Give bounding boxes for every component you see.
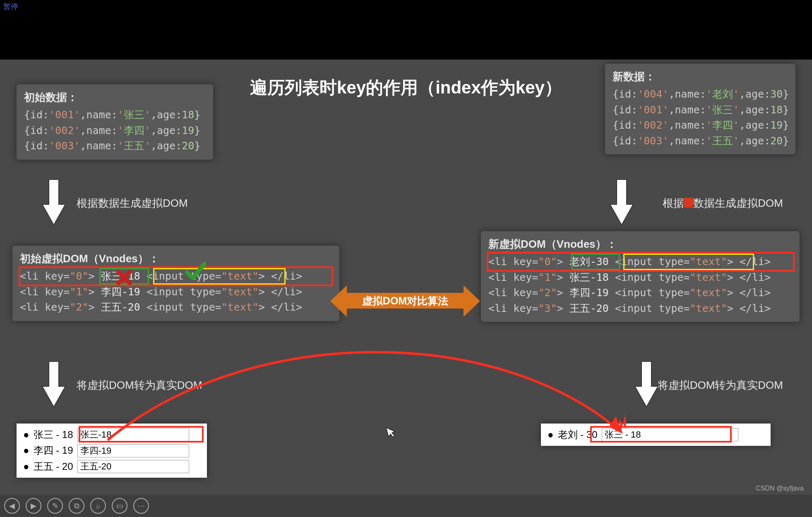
vnode-row: <li key="1"> 张三-18 <input type="text"> <… — [488, 270, 792, 285]
bullet-icon: ● — [23, 459, 29, 474]
panel-initial-data: 初始数据： {id:'001',name:'张三',age:18} {id:'0… — [17, 84, 213, 160]
vnode-row: <li key="1"> 李四-19 <input type="text"> <… — [20, 284, 332, 300]
data-row: {id:'003',name:'王五',age:20} — [613, 133, 788, 149]
arrow-down-icon — [609, 180, 634, 225]
caption-gen-vdom: 根据数据生成虚拟DOM — [77, 196, 188, 211]
dom-row: ●张三 - 18 — [21, 427, 200, 443]
dom-list-new: ●老刘 - 30 — [541, 424, 771, 446]
panel-title: 新虚拟DOM（Vnodes）： — [488, 237, 792, 251]
text-input[interactable] — [602, 428, 738, 441]
panel-new-vnodes: 新虚拟DOM（Vnodes）： <li key="0"> 老刘-30 <inpu… — [481, 231, 800, 322]
vnode-row: <li key="2"> 李四-19 <input type="text"> <… — [488, 285, 792, 301]
caption-to-real-dom: 将虚拟DOM转为真实DOM — [658, 378, 783, 393]
vnode-row: <li key="3"> 王五-20 <input type="text"> <… — [488, 301, 792, 316]
panel-title: 初始数据： — [24, 90, 206, 105]
watermark: CSDN @syfjava — [756, 485, 804, 492]
data-row: {id:'001',name:'张三',age:18} — [24, 107, 206, 123]
vnode-row: <li key="0"> 老刘-30 <input type="text"> <… — [488, 254, 792, 270]
screen-button[interactable]: ▭ — [112, 498, 127, 514]
data-row: {id:'002',name:'李四',age:19} — [613, 117, 788, 133]
check-mark-icon — [185, 260, 207, 287]
compare-arrow-label: 虚拟DOM对比算法 — [345, 293, 465, 309]
bullet-icon: ● — [23, 427, 29, 443]
bullet-icon: ● — [548, 427, 554, 443]
next-button[interactable]: ▶ — [26, 498, 41, 514]
caption-to-real-dom: 将虚拟DOM转为真实DOM — [77, 378, 202, 393]
arrow-down-icon — [41, 361, 66, 407]
bottom-toolbar: ◀ ▶ ✎ ⧉ ⌕ ▭ ⋯ — [0, 495, 812, 517]
data-row: {id:'004',name:'老刘',age:30} — [613, 86, 788, 102]
zoom-button[interactable]: ⌕ — [90, 498, 106, 514]
top-bar: 暂停 — [0, 0, 812, 12]
panel-title: 初始虚拟DOM（Vnodes）： — [20, 251, 332, 266]
x-mark-icon — [116, 268, 132, 285]
text-input[interactable] — [77, 428, 189, 441]
cursor-icon — [386, 425, 398, 441]
panel-initial-vnodes: 初始虚拟DOM（Vnodes）： <li key="0"> 张三-18 <inp… — [12, 246, 339, 321]
vnode-row: <li key="2"> 王五-20 <input type="text"> <… — [20, 299, 332, 315]
data-row: {id:'001',name:'张三',age:18} — [613, 102, 788, 118]
dom-row: ●李四 - 19 — [21, 443, 200, 458]
copy-button[interactable]: ⧉ — [69, 498, 84, 514]
vnode-row: <li key="0"> 张三-18 <input type="text"> <… — [20, 268, 332, 284]
pen-button[interactable]: ✎ — [47, 498, 63, 514]
more-button[interactable]: ⋯ — [133, 498, 149, 514]
panel-title: 新数据： — [613, 69, 788, 84]
text-input[interactable] — [77, 444, 189, 457]
arrow-right-head-icon — [464, 285, 480, 317]
data-row: {id:'002',name:'李四',age:19} — [24, 123, 206, 139]
arrow-down-icon — [634, 361, 659, 407]
prev-button[interactable]: ◀ — [4, 498, 20, 514]
highlight-block — [684, 198, 693, 208]
dom-row: ●王五 - 20 — [21, 459, 200, 474]
diagram-stage: 遍历列表时key的作用（index作为key） 初始数据： {id:'001',… — [0, 60, 812, 495]
pause-link[interactable]: 暂停 — [3, 2, 18, 12]
data-row: {id:'003',name:'王五',age:20} — [24, 138, 206, 154]
arrow-down-icon — [41, 180, 66, 225]
arrow-left-head-icon — [330, 285, 347, 317]
dom-row: ●老刘 - 30 — [545, 427, 764, 443]
panel-new-data: 新数据： {id:'004',name:'老刘',age:30} {id:'00… — [605, 64, 795, 154]
caption-gen-vdom: 根据数据生成虚拟DOM — [663, 196, 783, 211]
bullet-icon: ● — [23, 443, 29, 458]
text-input[interactable] — [77, 460, 189, 473]
dom-list-initial: ●张三 - 18 ●李四 - 19 ●王五 - 20 — [17, 424, 207, 478]
black-band — [0, 12, 812, 60]
